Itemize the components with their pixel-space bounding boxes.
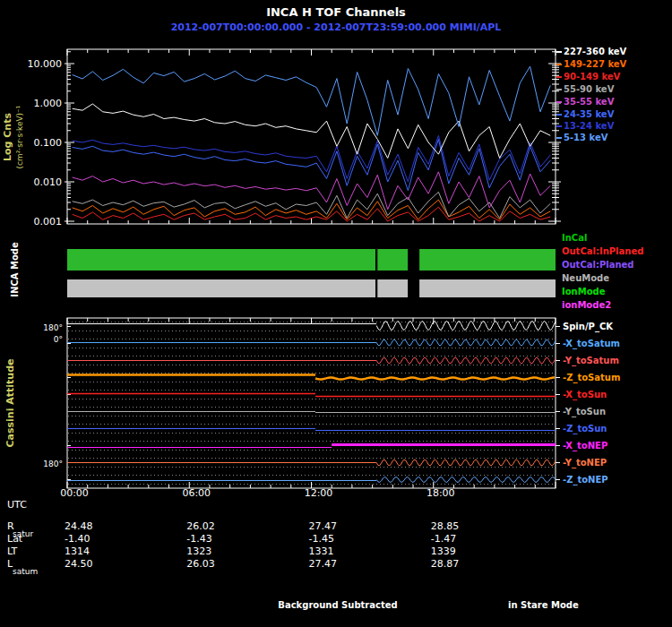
tof-legend-24-35-kev: 24-35 keV	[564, 109, 615, 119]
tof-legend-227-360-kev: 227-360 keV	[564, 47, 627, 56]
ephemeris-value: 28.87	[431, 558, 460, 570]
tof-y-axis-unit: (cm²·sr·s·keV)⁻¹	[15, 105, 24, 168]
ephemeris-value: -1.43	[186, 533, 211, 545]
mode-bar-ionmode	[67, 249, 375, 271]
mode-bar-neumode	[419, 279, 556, 297]
annotation-background-subtracted: Background Subtracted	[278, 600, 397, 610]
page-title: INCA H TOF Channels	[266, 5, 406, 19]
ephemeris-value: -1.47	[431, 533, 456, 545]
attitude-ytick-label: 180°	[43, 460, 63, 468]
ephemeris-label-lt: LT	[7, 545, 18, 557]
tof-series-13-24-kev	[73, 135, 551, 182]
tof-series-149-227-kev	[73, 200, 551, 219]
ephemeris-value: 26.02	[186, 520, 215, 532]
mode-bar-ionmode	[377, 249, 408, 271]
tof-series-5-13-kev	[73, 66, 551, 135]
ephemeris-value: 1339	[431, 545, 456, 557]
attitude-trace--x-tosatum	[376, 339, 556, 346]
ephemeris-value: -1.40	[65, 533, 90, 545]
ephemeris-value: 1323	[186, 545, 211, 557]
tof-y-axis-label: Log Cnts	[2, 113, 13, 161]
attitude-label--x-tonep: -X_toNEP	[563, 441, 607, 451]
attitude-label--y-tosatum: -Y_toSatum	[563, 356, 619, 366]
mode-panel-label: INCA Mode	[10, 242, 20, 297]
attitude-panel-label: Cassini Attitude	[4, 358, 16, 447]
tof-ytick-label: 10.000	[28, 58, 63, 70]
ephemeris-value: 1314	[65, 545, 90, 557]
attitude-label--y-tonep: -Y_toNEP	[563, 458, 607, 468]
tof-ytick-label: 1.000	[34, 98, 63, 109]
mode-bar-neumode	[377, 279, 408, 297]
inca-tof-plot-window: 10.0001.0000.1000.0100.001227-360 keV149…	[0, 0, 672, 627]
attitude-ytick-label: 0°	[54, 335, 63, 344]
tof-ytick-label: 0.010	[34, 176, 63, 188]
page-subtitle: 2012-007T00:00:00.000 - 2012-007T23:59:0…	[171, 21, 502, 33]
ephemeris-value: -1.45	[309, 533, 334, 545]
attitude-label--x-tosun: -X_toSun	[563, 390, 607, 400]
ephemeris-value: 28.85	[431, 520, 460, 532]
attitude-trace--z-tosatum	[315, 378, 555, 380]
ephemeris-value: 24.48	[65, 520, 93, 532]
xtick-label: 00:00	[60, 487, 89, 499]
attitude-trace--y-tonep	[376, 460, 556, 466]
tof-legend-35-55-kev: 35-55 keV	[564, 97, 615, 107]
attitude-label--z-tosatum: -Z_toSatum	[563, 373, 620, 383]
attitude-label--z-tosun: -Z_toSun	[563, 424, 607, 434]
mode-legend-outcal-inplaned: OutCal:InPlaned	[562, 246, 643, 256]
plot-layers: 10.0001.0000.1000.0100.001227-360 keV149…	[7, 47, 643, 576]
tof-panel-frame	[67, 49, 556, 224]
tof-legend-5-13-kev: 5-13 keV	[564, 133, 608, 142]
xtick-label: 18:00	[426, 487, 455, 499]
ephemeris-label-lat: Lat	[7, 533, 23, 545]
attitude-label-spin-p-ck: Spin/P_CK	[563, 322, 614, 332]
mode-legend-incal: InCal	[562, 233, 587, 243]
ephemeris-sublabel-satum: satum	[13, 567, 38, 576]
ephemeris-value: 24.50	[65, 558, 93, 570]
attitude-label--z-tonep: -Z_toNEP	[563, 475, 608, 485]
tof-ytick-label: 0.001	[34, 216, 63, 228]
annotation-stare-mode: in Stare Mode	[508, 600, 579, 610]
ephemeris-value: 1331	[309, 545, 334, 557]
attitude-ytick-label: 180°	[43, 323, 63, 332]
mode-bar-ionmode	[419, 249, 556, 271]
tof-legend-13-24-kev: 13-24 keV	[564, 121, 615, 131]
ephemeris-value: 27.47	[309, 520, 338, 532]
attitude-trace--y-tosatum	[376, 357, 556, 364]
attitude-trace--z-tonep	[376, 477, 556, 483]
mode-legend-neumode: NeuMode	[562, 273, 609, 283]
attitude-label--y-tosun: -Y_toSun	[563, 407, 606, 417]
ephemeris-value: 26.03	[186, 558, 215, 570]
mode-legend-ionmode: IonMode	[562, 287, 606, 296]
mode-legend-outcal-planed: OutCal:Planed	[562, 260, 633, 270]
inca-chart: 10.0001.0000.1000.0100.001227-360 keV149…	[0, 0, 672, 627]
mode-legend-ionmode2: ionMode2	[562, 300, 611, 310]
tof-legend-90-149-kev: 90-149 keV	[564, 72, 621, 82]
ephemeris-value: 27.47	[309, 558, 338, 570]
attitude-label--x-tosatum: -X_toSatum	[563, 339, 620, 349]
tof-legend-55-90-kev: 55-90 keV	[564, 84, 615, 94]
tof-legend-149-227-kev: 149-227 keV	[564, 59, 627, 69]
mode-bar-neumode	[67, 279, 375, 297]
utc-row-label: UTC	[7, 499, 27, 511]
tof-ytick-label: 0.100	[34, 137, 63, 149]
xtick-label: 12:00	[305, 487, 333, 499]
xtick-label: 06:00	[182, 487, 211, 499]
